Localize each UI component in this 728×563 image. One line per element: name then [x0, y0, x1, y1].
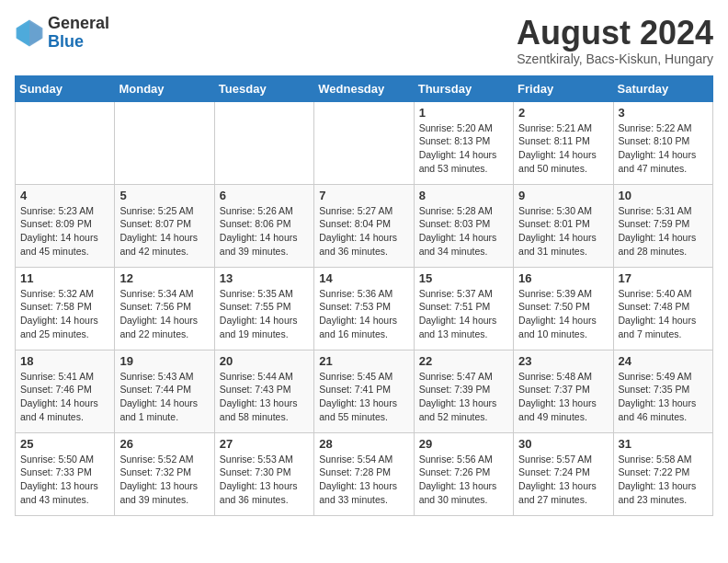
- calendar-cell: 21Sunrise: 5:45 AM Sunset: 7:41 PM Dayli…: [314, 350, 414, 432]
- day-number: 25: [20, 437, 109, 451]
- svg-marker-1: [29, 19, 42, 46]
- day-number: 7: [319, 189, 408, 202]
- day-number: 19: [119, 354, 209, 368]
- calendar-cell: 29Sunrise: 5:56 AM Sunset: 7:26 PM Dayli…: [414, 432, 513, 515]
- day-number: 8: [419, 189, 508, 202]
- calendar-header-thursday: Thursday: [414, 75, 513, 101]
- day-info: Sunrise: 5:31 AM Sunset: 7:59 PM Dayligh…: [619, 204, 708, 259]
- day-number: 4: [20, 189, 109, 202]
- calendar-cell: 26Sunrise: 5:52 AM Sunset: 7:32 PM Dayli…: [115, 432, 214, 515]
- calendar-cell: 8Sunrise: 5:28 AM Sunset: 8:03 PM Daylig…: [414, 184, 513, 267]
- calendar-cell: 30Sunrise: 5:57 AM Sunset: 7:24 PM Dayli…: [514, 432, 613, 515]
- day-info: Sunrise: 5:53 AM Sunset: 7:30 PM Dayligh…: [220, 453, 309, 507]
- calendar-cell: 5Sunrise: 5:25 AM Sunset: 8:07 PM Daylig…: [115, 184, 214, 267]
- day-number: 13: [220, 271, 309, 285]
- calendar-cell: 11Sunrise: 5:32 AM Sunset: 7:58 PM Dayli…: [16, 267, 115, 350]
- day-info: Sunrise: 5:57 AM Sunset: 7:24 PM Dayligh…: [518, 453, 608, 507]
- calendar-cell: 19Sunrise: 5:43 AM Sunset: 7:44 PM Dayli…: [115, 350, 214, 432]
- day-number: 31: [619, 437, 708, 451]
- logo-general: General: [48, 14, 109, 32]
- calendar-cell: 17Sunrise: 5:40 AM Sunset: 7:48 PM Dayli…: [613, 267, 712, 350]
- calendar-cell: 25Sunrise: 5:50 AM Sunset: 7:33 PM Dayli…: [16, 432, 115, 515]
- day-number: 17: [619, 271, 708, 285]
- calendar-cell: 7Sunrise: 5:27 AM Sunset: 8:04 PM Daylig…: [314, 184, 414, 267]
- day-info: Sunrise: 5:34 AM Sunset: 7:56 PM Dayligh…: [119, 287, 209, 341]
- logo-icon: [15, 18, 44, 48]
- day-number: 2: [518, 106, 608, 120]
- calendar-cell: [16, 101, 115, 184]
- day-number: 24: [619, 354, 708, 368]
- day-number: 3: [619, 106, 708, 120]
- calendar-cell: [115, 101, 214, 184]
- calendar-cell: 18Sunrise: 5:41 AM Sunset: 7:46 PM Dayli…: [16, 350, 115, 432]
- day-number: 10: [619, 189, 708, 202]
- header: General Blue August 2024 Szentkiraly, Ba…: [15, 15, 713, 66]
- day-number: 15: [419, 271, 508, 285]
- calendar-cell: 4Sunrise: 5:23 AM Sunset: 8:09 PM Daylig…: [16, 184, 115, 267]
- calendar-header-saturday: Saturday: [613, 75, 712, 101]
- day-info: Sunrise: 5:26 AM Sunset: 8:06 PM Dayligh…: [220, 204, 309, 259]
- day-info: Sunrise: 5:49 AM Sunset: 7:35 PM Dayligh…: [619, 370, 708, 424]
- calendar-cell: 24Sunrise: 5:49 AM Sunset: 7:35 PM Dayli…: [613, 350, 712, 432]
- calendar-header-tuesday: Tuesday: [214, 75, 313, 101]
- day-info: Sunrise: 5:27 AM Sunset: 8:04 PM Dayligh…: [319, 204, 408, 259]
- calendar-cell: 6Sunrise: 5:26 AM Sunset: 8:06 PM Daylig…: [214, 184, 313, 267]
- day-info: Sunrise: 5:58 AM Sunset: 7:22 PM Dayligh…: [619, 453, 708, 507]
- logo-text: General Blue: [48, 15, 109, 52]
- calendar-header-sunday: Sunday: [16, 75, 115, 101]
- calendar-cell: 10Sunrise: 5:31 AM Sunset: 7:59 PM Dayli…: [613, 184, 712, 267]
- day-number: 5: [119, 189, 209, 202]
- calendar-header-wednesday: Wednesday: [314, 75, 414, 101]
- day-info: Sunrise: 5:52 AM Sunset: 7:32 PM Dayligh…: [119, 453, 209, 507]
- day-number: 16: [518, 271, 608, 285]
- calendar-header-friday: Friday: [514, 75, 613, 101]
- day-number: 14: [319, 271, 408, 285]
- calendar-cell: [214, 101, 313, 184]
- day-number: 27: [220, 437, 309, 451]
- calendar-header-row: SundayMondayTuesdayWednesdayThursdayFrid…: [16, 75, 713, 101]
- day-number: 22: [419, 354, 508, 368]
- calendar-week-1: 1Sunrise: 5:20 AM Sunset: 8:13 PM Daylig…: [16, 101, 713, 184]
- day-info: Sunrise: 5:48 AM Sunset: 7:37 PM Dayligh…: [518, 370, 608, 424]
- calendar-cell: 2Sunrise: 5:21 AM Sunset: 8:11 PM Daylig…: [514, 101, 613, 184]
- day-number: 29: [419, 437, 508, 451]
- day-info: Sunrise: 5:56 AM Sunset: 7:26 PM Dayligh…: [419, 453, 508, 507]
- day-number: 23: [518, 354, 608, 368]
- day-info: Sunrise: 5:47 AM Sunset: 7:39 PM Dayligh…: [419, 370, 508, 424]
- calendar-cell: 1Sunrise: 5:20 AM Sunset: 8:13 PM Daylig…: [414, 101, 513, 184]
- day-number: 20: [220, 354, 309, 368]
- calendar-cell: 31Sunrise: 5:58 AM Sunset: 7:22 PM Dayli…: [613, 432, 712, 515]
- day-number: 18: [20, 354, 109, 368]
- day-number: 12: [119, 271, 209, 285]
- calendar-cell: 14Sunrise: 5:36 AM Sunset: 7:53 PM Dayli…: [314, 267, 414, 350]
- calendar-header-monday: Monday: [115, 75, 214, 101]
- calendar: SundayMondayTuesdayWednesdayThursdayFrid…: [15, 75, 713, 516]
- calendar-week-3: 11Sunrise: 5:32 AM Sunset: 7:58 PM Dayli…: [16, 267, 713, 350]
- day-number: 1: [419, 106, 508, 120]
- calendar-cell: 23Sunrise: 5:48 AM Sunset: 7:37 PM Dayli…: [514, 350, 613, 432]
- day-number: 21: [319, 354, 408, 368]
- day-number: 28: [319, 437, 408, 451]
- logo-blue: Blue: [48, 32, 84, 51]
- month-year: August 2024: [517, 15, 713, 52]
- day-info: Sunrise: 5:23 AM Sunset: 8:09 PM Dayligh…: [20, 204, 109, 259]
- calendar-cell: 22Sunrise: 5:47 AM Sunset: 7:39 PM Dayli…: [414, 350, 513, 432]
- day-info: Sunrise: 5:41 AM Sunset: 7:46 PM Dayligh…: [20, 370, 109, 424]
- calendar-week-4: 18Sunrise: 5:41 AM Sunset: 7:46 PM Dayli…: [16, 350, 713, 432]
- calendar-cell: 16Sunrise: 5:39 AM Sunset: 7:50 PM Dayli…: [514, 267, 613, 350]
- location: Szentkiraly, Bacs-Kiskun, Hungary: [517, 52, 713, 66]
- day-number: 11: [20, 271, 109, 285]
- day-info: Sunrise: 5:37 AM Sunset: 7:51 PM Dayligh…: [419, 287, 508, 341]
- calendar-week-5: 25Sunrise: 5:50 AM Sunset: 7:33 PM Dayli…: [16, 432, 713, 515]
- calendar-cell: 15Sunrise: 5:37 AM Sunset: 7:51 PM Dayli…: [414, 267, 513, 350]
- day-info: Sunrise: 5:43 AM Sunset: 7:44 PM Dayligh…: [119, 370, 209, 424]
- calendar-cell: 12Sunrise: 5:34 AM Sunset: 7:56 PM Dayli…: [115, 267, 214, 350]
- day-number: 30: [518, 437, 608, 451]
- calendar-cell: 28Sunrise: 5:54 AM Sunset: 7:28 PM Dayli…: [314, 432, 414, 515]
- calendar-cell: 3Sunrise: 5:22 AM Sunset: 8:10 PM Daylig…: [613, 101, 712, 184]
- day-info: Sunrise: 5:44 AM Sunset: 7:43 PM Dayligh…: [220, 370, 309, 424]
- day-info: Sunrise: 5:28 AM Sunset: 8:03 PM Dayligh…: [419, 204, 508, 259]
- day-info: Sunrise: 5:21 AM Sunset: 8:11 PM Dayligh…: [518, 121, 608, 176]
- svg-marker-2: [17, 19, 29, 46]
- day-info: Sunrise: 5:22 AM Sunset: 8:10 PM Dayligh…: [619, 121, 708, 176]
